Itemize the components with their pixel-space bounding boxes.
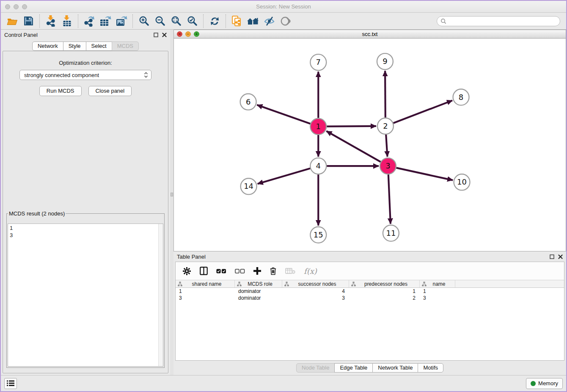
column-header-predecessor-nodes[interactable]: predecessor nodes [349, 280, 420, 287]
graph-node-2[interactable]: 2 [377, 118, 394, 134]
graph-node-3[interactable]: 3 [380, 158, 396, 174]
splitter-grip[interactable] [171, 193, 173, 196]
columns-icon [200, 267, 208, 275]
export-network-button[interactable] [81, 14, 97, 28]
close-mcds-panel-button[interactable]: Close panel [88, 86, 132, 96]
graph-edge-1-2[interactable] [327, 126, 376, 127]
table-cell[interactable]: 3 [176, 295, 235, 301]
graph-edge-2-9[interactable] [385, 71, 385, 117]
graph-edge-2-8[interactable] [394, 100, 452, 123]
search-input[interactable] [448, 18, 556, 24]
svg-text:14: 14 [244, 182, 253, 190]
graph-node-14[interactable]: 14 [241, 178, 257, 194]
run-mcds-button[interactable]: Run MCDS [39, 86, 82, 96]
column-tree-icon [178, 282, 182, 287]
table-cell[interactable]: 1 [176, 288, 235, 294]
table-settings-button[interactable] [182, 267, 191, 276]
delete-row-button[interactable] [270, 267, 277, 275]
import-network-button[interactable] [43, 14, 59, 28]
table-row[interactable]: 1dominator411 [176, 288, 564, 295]
window-title: Session: New Session [1, 3, 566, 10]
mcds-result-area[interactable]: 1 3 [8, 224, 163, 367]
hide-selected-button[interactable] [261, 14, 277, 28]
graph-edge-3-1[interactable] [326, 131, 380, 162]
table-toolbar: f(x) [176, 262, 564, 280]
table-cell[interactable]: 1 [420, 288, 455, 294]
table-cell[interactable]: 3 [420, 295, 455, 301]
svg-text:4: 4 [316, 161, 321, 170]
tab-network[interactable]: Network [32, 41, 63, 51]
table-cell[interactable]: dominator [235, 288, 282, 294]
graph-node-10[interactable]: 10 [454, 174, 470, 190]
mcds-result-box: MCDS result (2 nodes) 1 3 [6, 210, 165, 368]
zoom-out-button[interactable] [152, 14, 168, 28]
show-columns-button[interactable] [200, 267, 208, 275]
table-panel-tabs: Node TableEdge TableNetwork TableMotifs [296, 363, 443, 373]
add-row-button[interactable] [253, 267, 261, 275]
graph-node-15[interactable]: 15 [310, 227, 326, 243]
zoom-in-button[interactable] [136, 14, 152, 28]
close-table-panel-icon[interactable] [558, 254, 563, 259]
zoom-selected-button[interactable] [184, 14, 200, 28]
table-cell[interactable]: 2 [349, 295, 420, 301]
tab-motifs[interactable]: Motifs [418, 363, 443, 373]
import-table-button[interactable] [59, 14, 75, 28]
column-header-shared-name[interactable]: shared name [176, 280, 235, 287]
column-header-successor-nodes[interactable]: successor nodes [282, 280, 349, 287]
apply-layout-button[interactable] [206, 14, 223, 28]
tab-mcds[interactable]: MCDS [112, 41, 139, 51]
save-session-button[interactable] [20, 14, 36, 28]
toolbar-separator [78, 14, 78, 28]
duplicate-network-button[interactable] [229, 14, 245, 28]
column-header-mcds-role[interactable]: MCDS role [235, 280, 282, 287]
graph-node-1[interactable]: 1 [310, 119, 326, 135]
table-cell[interactable]: 1 [349, 288, 420, 294]
graph-edge-3-11[interactable] [388, 174, 391, 224]
float-panel-icon[interactable] [154, 33, 158, 37]
tab-node-table[interactable]: Node Table [296, 363, 335, 373]
graph-node-8[interactable]: 8 [453, 89, 469, 105]
network-canvas[interactable]: 7968124314101511 [174, 39, 566, 251]
graph-edge-1-6[interactable] [257, 105, 310, 124]
column-header-name[interactable]: name [420, 280, 455, 287]
close-panel-icon[interactable] [162, 33, 167, 37]
tab-network-table[interactable]: Network Table [372, 363, 418, 373]
table-cell[interactable]: dominator [235, 295, 282, 301]
search-icon [440, 18, 446, 24]
open-file-button[interactable] [4, 14, 20, 28]
mcds-result-scrollbar[interactable] [158, 224, 163, 366]
graph-edge-4-14[interactable] [258, 168, 310, 184]
float-table-panel-icon[interactable] [550, 254, 554, 259]
select-all-button[interactable] [216, 269, 226, 273]
tab-select[interactable]: Select [86, 41, 112, 51]
graph-node-9[interactable]: 9 [377, 53, 393, 69]
svg-text:7: 7 [316, 58, 321, 66]
memory-button[interactable]: Memory [526, 378, 563, 389]
save-icon [24, 16, 33, 26]
graph-edge-3-10[interactable] [396, 168, 453, 180]
table-cell[interactable]: 3 [282, 295, 349, 301]
deselect-all-button[interactable] [235, 269, 245, 273]
table-cell[interactable]: 4 [282, 288, 349, 294]
delete-table-button[interactable] [285, 268, 295, 274]
graph-node-4[interactable]: 4 [310, 158, 326, 174]
task-history-button[interactable] [4, 378, 17, 389]
tab-style[interactable]: Style [63, 41, 86, 51]
show-all-button[interactable] [277, 14, 293, 28]
search-field[interactable] [437, 16, 560, 26]
toolbar-separator [203, 14, 204, 28]
first-neighbors-button[interactable] [245, 14, 261, 28]
criterion-dropdown[interactable]: strongly connected component [19, 70, 151, 80]
status-bar: Memory [1, 375, 566, 391]
export-image-button[interactable] [113, 14, 129, 28]
graph-node-6[interactable]: 6 [240, 94, 256, 110]
graph-node-11[interactable]: 11 [383, 225, 399, 241]
table-row[interactable]: 3dominator323 [176, 295, 564, 301]
zoom-fit-button[interactable] [168, 14, 184, 28]
graph-node-7[interactable]: 7 [310, 54, 326, 70]
panel-splitter[interactable] [170, 30, 173, 375]
tab-edge-table[interactable]: Edge Table [334, 363, 373, 373]
graph-edge-2-3[interactable] [386, 135, 387, 157]
function-builder-button[interactable]: f(x) [304, 267, 317, 276]
export-table-button[interactable] [97, 14, 113, 28]
